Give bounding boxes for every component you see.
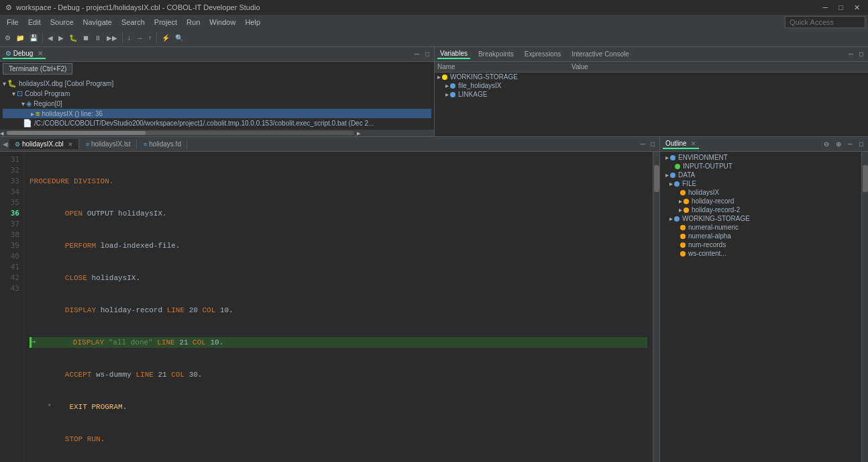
editor-tab-lst[interactable]: ≡ holidaysIX.lst: [80, 139, 137, 149]
editor-tab-cobol-close[interactable]: ✕: [68, 141, 73, 148]
outline-item-ws[interactable]: ▸ WORKING-STORAGE: [660, 214, 861, 223]
outline-expand-all[interactable]: ⊕: [834, 139, 843, 149]
outline-item-holrec2[interactable]: ▸ holiday-record-2: [660, 205, 861, 214]
outline-dot-holrec2: [684, 207, 689, 213]
editor-vscroll[interactable]: [653, 152, 659, 462]
menu-run[interactable]: Run: [182, 17, 204, 28]
outline-label-holrec: holiday-record: [692, 197, 734, 205]
outline-item-num-alpha[interactable]: numeral-alpha: [660, 232, 861, 240]
outline-tab[interactable]: Outline ✕: [663, 139, 699, 149]
outline-item-holrec[interactable]: ▸ holiday-record: [660, 197, 861, 205]
variables-tab-bar: Variables Breakpoints Expressions Intera…: [435, 47, 868, 62]
quick-access-input[interactable]: [785, 16, 865, 28]
maximize-button[interactable]: □: [836, 3, 846, 12]
var-row-2[interactable]: ▸ LINKAGE: [435, 90, 868, 99]
var-row-0[interactable]: ▸ WORKING-STORAGE: [435, 73, 868, 81]
outline-maximize-btn[interactable]: □: [857, 139, 865, 149]
outline-item-num-numeric[interactable]: numeral-numeric: [660, 223, 861, 232]
menu-help[interactable]: Help: [241, 17, 264, 28]
arrow-icon-0: ▾: [3, 80, 6, 87]
toolbar: ⚙ 📁 💾 ◀ ▶ 🐛 ⏹ ⏸ ▶▶ ↓ → ↑ ⚡ 🔍: [0, 30, 868, 47]
toolbar-btn-5[interactable]: ▶: [56, 33, 66, 43]
outline-tab-close[interactable]: ✕: [691, 140, 696, 147]
toolbar-step-into[interactable]: ↓: [125, 33, 133, 43]
menu-window[interactable]: Window: [205, 17, 239, 28]
var-row-1[interactable]: ▸ file_holidaysIX: [435, 81, 868, 90]
code-line-32: OPEN OUTPUT holidaysIX.: [30, 208, 647, 219]
interactive-console-tab[interactable]: Interactive Console: [569, 50, 632, 58]
debug-tree-item-4[interactable]: 📄 /C:/COBOL/COBOLIT/DevStudio200/workspa…: [3, 118, 431, 128]
editor-maximize-btn[interactable]: □: [649, 139, 657, 149]
outline-item-ws-content[interactable]: ws-content...: [660, 249, 861, 258]
minimize-button[interactable]: ─: [820, 3, 831, 12]
menu-project[interactable]: Project: [150, 17, 181, 28]
debug-tree-item-1[interactable]: ▾ ⊡ Cobol Program: [3, 89, 431, 99]
expressions-tab[interactable]: Expressions: [522, 50, 563, 58]
debug-tree-item-2[interactable]: ▾ ◈ Region[0]: [3, 99, 431, 109]
outline-item-env[interactable]: ▸ ENVIRONMENT: [660, 153, 861, 162]
outline-item-data[interactable]: ▸ DATA: [660, 171, 861, 179]
toolbar-btn-2[interactable]: 📁: [14, 33, 26, 43]
titlebar-left: ⚙ workspace - Debug - project1/holidaysI…: [5, 3, 260, 12]
outline-dot-na: [680, 234, 686, 239]
toolbar-btn-8[interactable]: ⏸: [93, 33, 103, 43]
debug-item-label-0: holidaysIX.dbg [Cobol Program]: [19, 80, 113, 87]
debug-minimize-btn[interactable]: ─: [413, 49, 421, 59]
outline-ws-arrow: ▸: [669, 215, 673, 222]
hscroll-right[interactable]: ▸: [357, 129, 361, 138]
code-line-34: CLOSE holidaysIX.: [30, 273, 647, 283]
debug-item-label-3: holidaysIX () line: 36: [42, 110, 103, 118]
toolbar-btn-10[interactable]: ⚡: [160, 33, 172, 43]
editor-tab-cobol[interactable]: ⚙ holidaysIX.cbl ✕: [9, 139, 79, 149]
toolbar-btn-debug[interactable]: 🐛: [67, 33, 79, 43]
toolbar-step-out[interactable]: ↑: [146, 33, 154, 43]
debug-maximize-btn[interactable]: □: [423, 49, 431, 59]
editor-minimize-btn[interactable]: ─: [639, 139, 647, 149]
debug-tree-item-0[interactable]: ▾ 🐛 holidaysIX.dbg [Cobol Program]: [3, 79, 431, 89]
variables-tab[interactable]: Variables: [437, 49, 470, 59]
outline-item-io[interactable]: INPUT-OUTPUT: [660, 162, 861, 171]
vars-expand-btn[interactable]: □: [857, 49, 865, 59]
outline-collapse-all[interactable]: ⊖: [822, 139, 831, 149]
toolbar-btn-4[interactable]: ◀: [46, 33, 55, 43]
outline-label-holrec2: holiday-record-2: [692, 206, 740, 214]
outline-item-num-records[interactable]: num-records: [660, 240, 861, 249]
toolbar-btn-7[interactable]: ⏹: [80, 33, 91, 43]
hscroll-thumb[interactable]: [7, 131, 146, 135]
menu-search[interactable]: Search: [117, 17, 149, 28]
menu-source[interactable]: Source: [46, 17, 78, 28]
outline-vscroll[interactable]: [861, 152, 868, 462]
breakpoints-tab[interactable]: Breakpoints: [476, 50, 517, 58]
toolbar-btn-1[interactable]: ⚙: [3, 33, 13, 43]
outline-item-holix[interactable]: holidaysIX: [660, 188, 861, 197]
outline-label-env: ENVIRONMENT: [678, 154, 728, 161]
hscroll-track[interactable]: [7, 131, 354, 135]
debug-tab-close[interactable]: ✕: [38, 50, 43, 57]
toolbar-btn-3[interactable]: 💾: [28, 33, 40, 43]
menu-file[interactable]: File: [3, 17, 23, 28]
terminate-button[interactable]: Terminate (Ctrl+F2): [3, 63, 72, 75]
close-button[interactable]: ✕: [851, 3, 863, 12]
debug-panel: ⚙ Debug ✕ ─ □ Terminate (Ctrl+F2) ▾ 🐛 ho…: [0, 47, 435, 136]
file-icon-4: 📄: [23, 119, 32, 128]
toolbar-btn-9[interactable]: ▶▶: [105, 33, 119, 43]
outline-item-file[interactable]: ▸ FILE: [660, 179, 861, 188]
debug-hscroll[interactable]: ◂ ▸: [0, 130, 434, 136]
outline-minimize-btn[interactable]: ─: [846, 139, 855, 149]
vars-collapse-btn[interactable]: ─: [847, 49, 855, 59]
hscroll-left[interactable]: ◂: [0, 129, 4, 138]
outline-label-na: numeral-alpha: [688, 232, 731, 240]
menu-navigate[interactable]: Navigate: [79, 17, 116, 28]
editor-tab-fd[interactable]: ≡ holidays.fd: [138, 139, 187, 149]
tab-close-left[interactable]: ◀: [3, 140, 8, 148]
menu-edit[interactable]: Edit: [24, 17, 45, 28]
debug-tree-item-3[interactable]: ▸ ≡ holidaysIX () line: 36: [3, 109, 431, 118]
editor-vscroll-thumb[interactable]: [654, 165, 659, 192]
outline-file-arrow: ▸: [669, 180, 673, 187]
debug-tab[interactable]: ⚙ Debug ✕: [3, 49, 46, 59]
code-line-33: PERFORM load-indexed-file.: [30, 240, 647, 251]
toolbar-step-over[interactable]: →: [134, 33, 145, 43]
toolbar-btn-11[interactable]: 🔍: [173, 33, 185, 43]
code-content[interactable]: PROCEDURE DIVISION. OPEN OUTPUT holidays…: [24, 152, 653, 462]
outline-vscroll-thumb[interactable]: [863, 165, 868, 192]
